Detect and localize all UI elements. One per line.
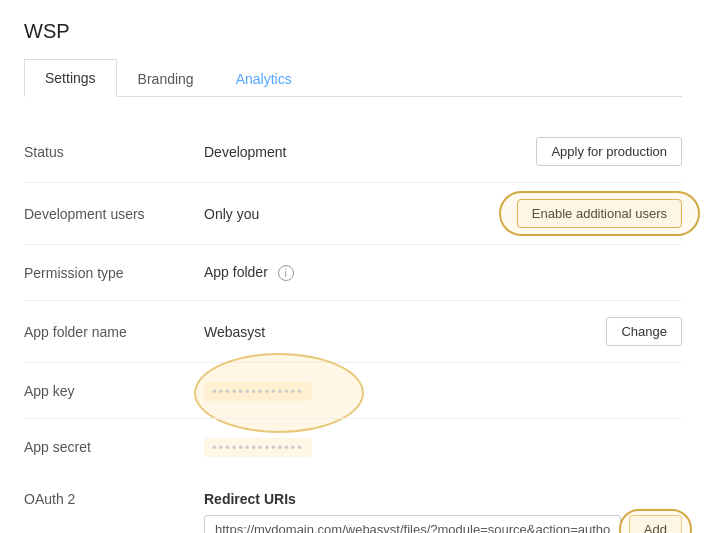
tab-settings[interactable]: Settings	[24, 59, 117, 97]
app-secret-value: ••••••••••••••	[204, 439, 682, 455]
add-btn-wrap: Add	[629, 515, 682, 533]
dev-users-value: Only you	[204, 206, 517, 222]
app-key-row: App key ••••••••••••••	[24, 363, 682, 419]
status-row: Status Development Apply for production	[24, 121, 682, 183]
tab-branding[interactable]: Branding	[117, 59, 215, 97]
app-key-masked: ••••••••••••••	[204, 382, 312, 401]
app-folder-value: Webasyst	[204, 324, 606, 340]
settings-table: Status Development Apply for production …	[24, 121, 682, 533]
tabs-nav: Settings Branding Analytics	[24, 59, 682, 97]
permission-type-text: App folder	[204, 264, 268, 280]
status-value: Development	[204, 144, 536, 160]
keys-section: App key •••••••••••••• App secret ••••••…	[24, 363, 682, 475]
app-folder-row: App folder name Webasyst Change	[24, 301, 682, 363]
dev-users-row: Development users Only you Enable additi…	[24, 183, 682, 245]
app-secret-row: App secret ••••••••••••••	[24, 419, 682, 475]
dev-users-label: Development users	[24, 206, 204, 222]
enable-btn-wrap: Enable additional users	[517, 199, 682, 228]
oauth2-row: OAuth 2 Redirect URIs Add	[24, 475, 682, 533]
permission-type-row: Permission type App folder i	[24, 245, 682, 301]
dev-users-action: Enable additional users	[517, 199, 682, 228]
app-folder-action: Change	[606, 317, 682, 346]
oauth2-input-row: Add	[204, 515, 682, 533]
page-container: WSP Settings Branding Analytics Status D…	[0, 0, 706, 533]
permission-type-label: Permission type	[24, 265, 204, 281]
oauth2-content: Redirect URIs Add	[204, 491, 682, 533]
apply-production-button[interactable]: Apply for production	[536, 137, 682, 166]
app-key-label: App key	[24, 383, 204, 399]
info-icon[interactable]: i	[278, 265, 294, 281]
app-secret-masked: ••••••••••••••	[204, 438, 312, 457]
page-title: WSP	[24, 20, 682, 43]
oauth2-label: OAuth 2	[24, 491, 204, 507]
change-folder-button[interactable]: Change	[606, 317, 682, 346]
status-action: Apply for production	[536, 137, 682, 166]
enable-additional-users-button[interactable]: Enable additional users	[517, 199, 682, 228]
add-redirect-uri-button[interactable]: Add	[629, 515, 682, 533]
redirect-uri-input[interactable]	[204, 515, 621, 533]
permission-type-value: App folder i	[204, 264, 682, 281]
app-secret-label: App secret	[24, 439, 204, 455]
status-label: Status	[24, 144, 204, 160]
app-folder-label: App folder name	[24, 324, 204, 340]
tab-analytics[interactable]: Analytics	[215, 59, 313, 97]
app-key-value: ••••••••••••••	[204, 383, 682, 399]
oauth2-section-title: Redirect URIs	[204, 491, 682, 507]
